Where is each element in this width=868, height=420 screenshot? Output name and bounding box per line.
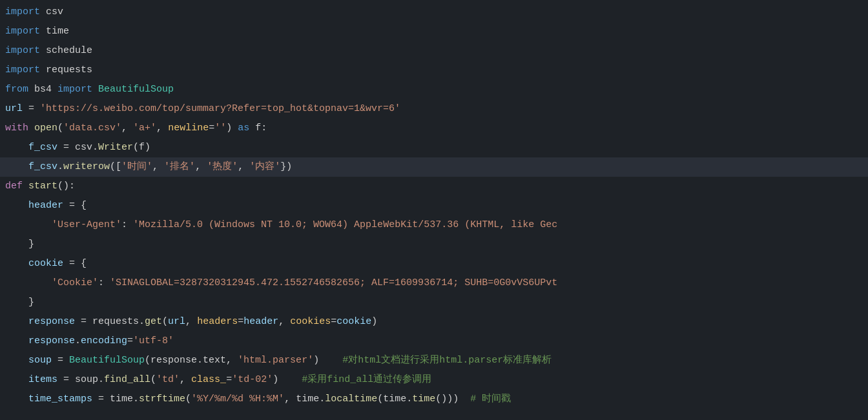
code-line: import requests <box>0 61 868 80</box>
code-line: with open('data.csv', 'a+', newline='') … <box>0 119 868 138</box>
code-line: 'User-Agent': 'Mozilla/5.0 (Windows NT 1… <box>0 215 868 235</box>
code-line: f_csv.writerow(['时间', '排名', '热度', '内容'}) <box>0 157 868 177</box>
code-line: def start(): <box>0 177 868 196</box>
code-line: cookie = { <box>0 254 868 274</box>
code-line: from bs4 import BeautifulSoup <box>0 80 868 99</box>
code-line: url = 'https://s.weibo.com/top/summary?R… <box>0 99 868 119</box>
code-line: response.encoding='utf-8' <box>0 332 868 351</box>
code-line: response = requests.get(url, headers=hea… <box>0 312 868 332</box>
code-line: header = { <box>0 196 868 215</box>
code-line: soup = BeautifulSoup(response.text, 'htm… <box>0 351 868 370</box>
code-line: import schedule <box>0 41 868 61</box>
code-line: } <box>0 293 868 312</box>
code-line: items = soup.find_all('td', class_='td-0… <box>0 370 868 390</box>
code-line: } <box>0 235 868 254</box>
code-editor: import csvimport timeimport scheduleimpo… <box>0 0 868 420</box>
code-line: f_csv = csv.Writer(f) <box>0 138 868 157</box>
code-line: 'Cookie': 'SINAGLOBAL=3287320312945.472.… <box>0 274 868 293</box>
code-line: import csv <box>0 3 868 22</box>
code-line: import time <box>0 22 868 41</box>
code-line: time_stamps = time.strftime('%Y/%m/%d %H… <box>0 390 868 409</box>
